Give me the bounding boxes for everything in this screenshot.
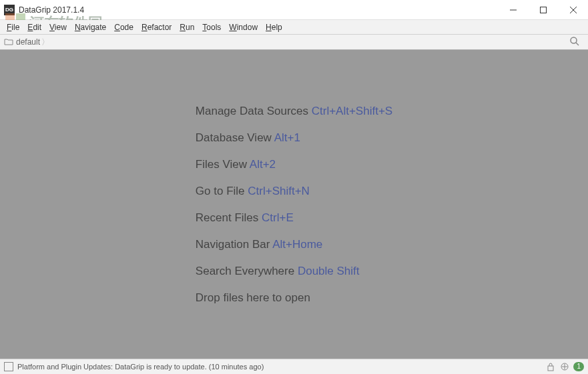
minimize-button[interactable]	[498, 0, 528, 20]
goto-icon[interactable]	[560, 362, 569, 371]
menu-navigate[interactable]: Navigate	[71, 21, 110, 33]
window-title: DataGrip 2017.1.4	[19, 5, 84, 15]
close-button[interactable]	[558, 0, 588, 20]
hint-manage-data-sources: Manage Data Sources Ctrl+Alt+Shift+S	[196, 105, 392, 118]
menu-view[interactable]: View	[45, 21, 71, 33]
editor-empty-state: Manage Data Sources Ctrl+Alt+Shift+S Dat…	[0, 50, 588, 359]
statusbar: Platform and Plugin Updates: DataGrip is…	[0, 359, 588, 374]
menu-run[interactable]: Run	[176, 21, 198, 33]
app-icon: DG	[4, 5, 15, 15]
hint-files-view: Files View Alt+2	[196, 158, 392, 171]
menu-tools[interactable]: Tools	[198, 21, 225, 33]
svg-line-9	[576, 43, 579, 45]
hint-navigation-bar: Navigation Bar Alt+Home	[196, 238, 392, 251]
menu-refactor[interactable]: Refactor	[137, 21, 176, 33]
breadcrumb-separator: 〉	[41, 37, 49, 48]
lock-icon[interactable]	[547, 362, 556, 371]
menubar: File Edit View Navigate Code Refactor Ru…	[0, 20, 588, 35]
maximize-button[interactable]	[528, 0, 558, 20]
search-icon[interactable]	[569, 36, 581, 48]
menu-file[interactable]: File	[3, 21, 23, 33]
hint-go-to-file: Go to File Ctrl+Shift+N	[196, 185, 392, 198]
window-controls	[498, 0, 588, 20]
menu-edit[interactable]: Edit	[23, 21, 45, 33]
hint-search-everywhere: Search Everywhere Double Shift	[196, 265, 392, 278]
breadcrumb-item[interactable]: default	[16, 37, 40, 47]
svg-rect-10	[548, 366, 553, 371]
status-message[interactable]: Platform and Plugin Updates: DataGrip is…	[17, 363, 264, 371]
hint-recent-files: Recent Files Ctrl+E	[196, 211, 392, 225]
tool-window-toggle-icon[interactable]	[4, 362, 13, 371]
menu-help[interactable]: Help	[262, 21, 286, 33]
hints-list: Manage Data Sources Ctrl+Alt+Shift+S Dat…	[196, 105, 392, 305]
folder-icon	[4, 37, 13, 47]
menu-code[interactable]: Code	[110, 21, 137, 33]
breadcrumb-bar: default 〉	[0, 35, 588, 50]
svg-rect-1	[540, 7, 546, 13]
svg-point-8	[571, 37, 577, 43]
notification-badge[interactable]: 1	[573, 362, 584, 371]
titlebar: DG DataGrip 2017.1.4	[0, 0, 588, 20]
hint-drop-files: Drop files here to open	[196, 291, 392, 305]
hint-database-view: Database View Alt+1	[196, 131, 392, 145]
menu-window[interactable]: Window	[225, 21, 262, 33]
